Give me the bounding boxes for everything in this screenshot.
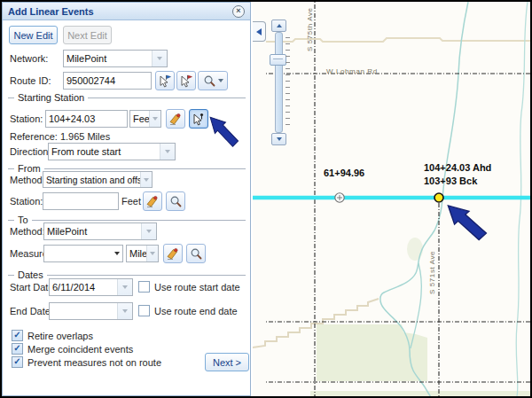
route-id-label: Route ID: [10,75,51,86]
station-label-back: 103+93 Bck [424,176,477,186]
pick-station-on-map-button[interactable] [189,109,208,129]
use-route-end-date-checkbox[interactable] [138,305,150,316]
from-station-label: Station: [10,196,43,207]
station-unit-select[interactable]: Feet [129,110,161,128]
chevron-down-icon [122,285,128,289]
to-method-dropdown[interactable] [141,223,156,239]
chevron-down-icon [157,57,162,60]
map-canvas[interactable]: 61+94.96 104+24.03 Ahd 103+93 Bck W Lohm… [253,2,530,396]
route-id-value: 950002744 [66,75,115,86]
zoom-slider-handle[interactable] [270,54,286,66]
new-edit-button[interactable]: New Edit [9,26,58,44]
use-route-start-date-checkbox[interactable] [138,281,150,293]
station-input[interactable]: 104+24.03 [45,110,128,128]
reference-row: Reference: 1.965 Miles [10,131,110,142]
pick-station-on-map-icon [192,112,206,126]
reference-station-marker [335,193,344,202]
from-method-dropdown[interactable] [140,172,152,187]
end-date-dropdown[interactable] [117,303,132,319]
station-measure-icon [145,194,160,208]
search-dropdown-icon [218,79,223,82]
clear-route-selection-icon [179,74,193,88]
measure-value [44,246,112,261]
from-station-unit: Feet [121,196,141,207]
collapse-panel-button[interactable] [253,21,266,42]
select-route-on-map-button[interactable] [155,71,175,90]
zoom-in-icon [277,24,282,27]
panel-header: Add Linear Events × [3,3,250,20]
zoom-out-icon [277,137,282,141]
route-id-input[interactable]: 950002744 [63,72,152,90]
station-label-ahead: 104+24.03 Ahd [424,162,491,173]
reference-value: 1.965 Miles [60,131,110,142]
measure-unit-value: Miles [127,246,146,261]
chevron-down-icon [150,252,155,255]
chevron-down-icon [165,150,170,153]
road-label-vertical-right: S 571st Ave [428,234,436,294]
from-search-button[interactable] [166,191,185,211]
clear-route-selection-button[interactable] [176,71,196,90]
to-method-value: MilePoint [44,223,141,239]
direction-value: From route start [49,144,160,160]
starting-station-legend: Starting Station [18,92,84,103]
direction-label: Direction: [10,146,51,157]
end-date-input[interactable] [49,302,133,320]
direction-select[interactable]: From route start [48,143,176,160]
select-route-icon [158,74,172,88]
end-date-label: End Date: [10,306,53,316]
next-button[interactable]: Next > [205,353,249,371]
road-label-horizontal: W Lohman Rd [326,67,378,75]
station-unit-value: Feet [130,111,149,127]
station-value: 104+24.03 [49,113,95,124]
from-method-value: Starting station and offset [43,172,140,187]
measure-unit-select[interactable]: Miles [126,245,159,262]
map-graphics [253,2,530,396]
measure-search-button[interactable] [186,244,206,263]
station-label: Station: [10,113,43,124]
route-search-button[interactable] [198,71,228,90]
search-icon [203,74,216,88]
measure-combobox[interactable] [43,245,123,262]
reference-label: Reference: [10,131,58,142]
network-select[interactable]: MilePoint [63,50,168,67]
prevent-measures-checkbox[interactable] [12,356,23,368]
zoom-slider-track[interactable] [275,32,283,133]
road-label-vertical-top: S 575th Ave [306,2,314,51]
collapse-arrow-icon [256,28,262,35]
merge-coincident-events-label: Merge coincident events [27,344,133,355]
measure-unit-dropdown[interactable] [146,246,158,261]
start-date-input[interactable]: 6/11/2014 [49,278,133,296]
retire-overlaps-checkbox[interactable] [12,330,23,341]
start-date-value: 6/11/2014 [50,279,117,295]
from-station-input[interactable] [43,192,119,210]
from-method-select[interactable]: Starting station and offset [43,171,153,188]
station-unit-dropdown[interactable] [149,111,160,127]
search-icon [169,195,183,208]
application-window: Add Linear Events × New Edit Next Edit N… [0,0,532,398]
measure-tool-button[interactable] [163,244,183,263]
annotation-arrow-icon [207,114,241,150]
start-date-dropdown[interactable] [117,279,132,295]
zoom-out-button[interactable] [271,133,286,145]
search-icon [190,247,203,261]
to-method-label: Method: [10,226,45,237]
network-value: MilePoint [64,51,152,66]
dates-legend: Dates [18,269,43,280]
next-edit-button[interactable]: Next Edit [63,26,112,44]
chevron-down-icon [144,178,149,182]
from-measure-button[interactable] [143,191,162,211]
merge-coincident-events-checkbox[interactable] [12,343,23,355]
from-legend: From [18,163,41,174]
starting-station-section: Starting Station [8,92,246,103]
network-dropdown[interactable] [152,51,167,66]
vegetation-area [317,324,427,381]
station-measure-button[interactable] [166,109,185,129]
from-method-label: Method: [10,175,45,185]
to-legend: To [18,215,28,225]
direction-dropdown[interactable] [160,144,175,160]
zoom-in-button[interactable] [271,20,286,32]
close-icon[interactable]: × [232,5,245,18]
end-date-value [50,303,117,319]
prevent-measures-label: Prevent measures not on route [27,357,161,368]
to-method-select[interactable]: MilePoint [43,222,157,240]
